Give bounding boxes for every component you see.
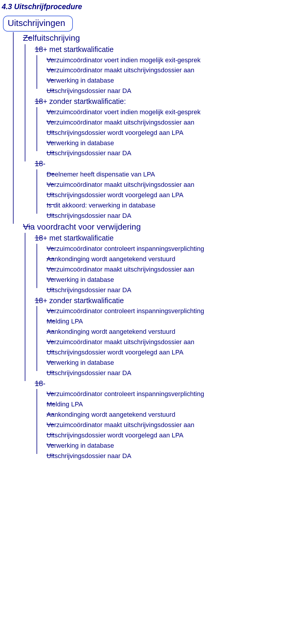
- tree-node-label: 18+ zonder startkwalificatie:: [35, 96, 126, 107]
- tree-node-label: Verzuimcoördinator maakt uitschrijvingsd…: [47, 420, 194, 430]
- tree-node-label: Verzuimcoördinator voert indien mogelijk…: [47, 55, 200, 66]
- tree-node-label: Uitschrijvingsdossier naar DA: [47, 368, 131, 378]
- tree-node-label: Uitschrijvingsdossier naar DA: [47, 148, 131, 158]
- tree-node-label: Aankondinging wordt aangetekend verstuur…: [47, 410, 175, 420]
- tree-node: Verzuimcoördinator voert indien mogelijk…: [37, 55, 281, 66]
- tree-node: Verwerking in database: [37, 138, 281, 148]
- tree-node: 18+ met startkwalificatieVerzuimcoördina…: [25, 233, 281, 295]
- tree-node: Verwerking in database: [37, 76, 281, 86]
- tree-node-label: Uitschrijvingsdossier wordt voorgelegd a…: [47, 430, 183, 441]
- tree-node-label: Verzuimcoördinator voert indien mogelijk…: [47, 107, 200, 117]
- tree-node-label: Uitschrijvingsdossier naar DA: [47, 285, 131, 295]
- tree-node-label: Verzuimcoördinator controleert inspannin…: [47, 389, 204, 399]
- tree-node-label: Verwerking in database: [47, 358, 114, 368]
- tree-node: Melding LPA: [37, 316, 281, 327]
- tree-node: Aankondinging wordt aangetekend verstuur…: [37, 327, 281, 337]
- tree-node: Aankondinging wordt aangetekend verstuur…: [37, 410, 281, 420]
- tree-node-label: Verwerking in database: [47, 138, 114, 148]
- tree-node-label: Verzuimcoördinator maakt uitschrijvingsd…: [47, 180, 194, 190]
- tree-node-label: Via voordracht voor verwijdering: [23, 221, 141, 233]
- tree-node: 18-Deelnemer heeft dispensatie van LPAVe…: [25, 158, 281, 221]
- tree-node-label: Deelnemer heeft dispensatie van LPA: [47, 169, 155, 180]
- tree-node-label: Uitschrijvingsdossier wordt voorgelegd a…: [47, 128, 183, 138]
- tree-node: Uitschrijvingsdossier naar DA: [37, 86, 281, 96]
- tree-node: Is dit akkoord: verwerking in database: [37, 200, 281, 211]
- tree-node: Uitschrijvingsdossier wordt voorgelegd a…: [37, 190, 281, 200]
- tree-node: Uitschrijvingsdossier naar DA: [37, 451, 281, 461]
- tree-node: Via voordracht voor verwijdering18+ met …: [13, 221, 281, 461]
- tree-node-label: Uitschrijvingsdossier naar DA: [47, 86, 131, 96]
- tree-node-label: Uitschrijvingsdossier wordt voorgelegd a…: [47, 347, 183, 358]
- tree-node-label: 18+ met startkwalificatie: [35, 233, 113, 244]
- section-heading: 4.3 Uitschrijfprocedure: [2, 2, 281, 11]
- tree-node: Uitschrijvingsdossier naar DA: [37, 211, 281, 221]
- root-node: Uitschrijvingen: [3, 16, 73, 32]
- tree-node-label: Verwerking in database: [47, 275, 114, 285]
- tree-node-label: Uitschrijvingsdossier wordt voorgelegd a…: [47, 190, 183, 200]
- root-node-label: Uitschrijvingen: [8, 18, 65, 28]
- tree-node-label: Verwerking in database: [47, 76, 114, 86]
- tree-node-label: Verwerking in database: [47, 441, 114, 451]
- tree-node: Verwerking in database: [37, 441, 281, 451]
- tree-node-label: Uitschrijvingsdossier naar DA: [47, 211, 131, 221]
- tree-node: Verwerking in database: [37, 358, 281, 368]
- tree: Zelfuitschrijving18+ met startkwalificat…: [13, 32, 281, 461]
- tree-node-label: Aankondinging wordt aangetekend verstuur…: [47, 254, 175, 264]
- tree-node: Verzuimcoördinator maakt uitschrijvingsd…: [37, 337, 281, 347]
- tree-node-label: Verzuimcoördinator maakt uitschrijvingsd…: [47, 337, 194, 347]
- tree-node: Uitschrijvingsdossier wordt voorgelegd a…: [37, 128, 281, 138]
- tree-node-label: Verzuimcoördinator controleert inspannin…: [47, 306, 204, 316]
- tree-node-label: Aankondinging wordt aangetekend verstuur…: [47, 327, 175, 337]
- tree-node: Uitschrijvingsdossier naar DA: [37, 285, 281, 295]
- tree-node: Verwerking in database: [37, 275, 281, 285]
- tree-node-label: Melding LPA: [47, 399, 83, 410]
- tree-node: 18+ met startkwalificatieVerzuimcoördina…: [25, 44, 281, 96]
- tree-node: Verzuimcoördinator maakt uitschrijvingsd…: [37, 264, 281, 275]
- tree-node-label: Melding LPA: [47, 316, 83, 327]
- tree-node: Uitschrijvingsdossier wordt voorgelegd a…: [37, 430, 281, 441]
- tree-node-label: Is dit akkoord: verwerking in database: [47, 200, 155, 211]
- tree-node: Verzuimcoördinator controleert inspannin…: [37, 389, 281, 399]
- tree-node: Verzuimcoördinator controleert inspannin…: [37, 244, 281, 254]
- tree-node: 18-Verzuimcoördinator controleert inspan…: [25, 378, 281, 461]
- tree-node-label: Verzuimcoördinator maakt uitschrijvingsd…: [47, 65, 194, 76]
- tree-node-label: Verzuimcoördinator maakt uitschrijvingsd…: [47, 264, 194, 275]
- tree-node: 18+ zonder startkwalificatieVerzuimcoörd…: [25, 295, 281, 378]
- tree-node: Deelnemer heeft dispensatie van LPA: [37, 169, 281, 180]
- tree-node: Verzuimcoördinator maakt uitschrijvingsd…: [37, 65, 281, 76]
- tree-node: Verzuimcoördinator maakt uitschrijvingsd…: [37, 420, 281, 430]
- tree-node: Verzuimcoördinator controleert inspannin…: [37, 306, 281, 316]
- tree-node: Uitschrijvingsdossier wordt voorgelegd a…: [37, 347, 281, 358]
- tree-node-label: 18-: [35, 378, 45, 389]
- tree-node-label: 18+ met startkwalificatie: [35, 44, 113, 55]
- tree-node: Aankondinging wordt aangetekend verstuur…: [37, 254, 281, 264]
- tree-node-label: Zelfuitschrijving: [23, 32, 80, 44]
- tree-node-label: Verzuimcoördinator controleert inspannin…: [47, 244, 204, 254]
- tree-node: Verzuimcoördinator voert indien mogelijk…: [37, 107, 281, 117]
- tree-node-label: 18+ zonder startkwalificatie: [35, 295, 124, 306]
- tree-node: Uitschrijvingsdossier naar DA: [37, 148, 281, 158]
- tree-node: Zelfuitschrijving18+ met startkwalificat…: [13, 32, 281, 221]
- tree-node: Melding LPA: [37, 399, 281, 410]
- tree-node-label: Verzuimcoördinator maakt uitschrijvingsd…: [47, 117, 194, 128]
- tree-node: Verzuimcoördinator maakt uitschrijvingsd…: [37, 117, 281, 128]
- tree-node-label: Uitschrijvingsdossier naar DA: [47, 451, 131, 461]
- tree-node-label: 18-: [35, 158, 45, 169]
- tree-node: Verzuimcoördinator maakt uitschrijvingsd…: [37, 180, 281, 190]
- tree-node: Uitschrijvingsdossier naar DA: [37, 368, 281, 378]
- tree-node: 18+ zonder startkwalificatie:Verzuimcoör…: [25, 96, 281, 158]
